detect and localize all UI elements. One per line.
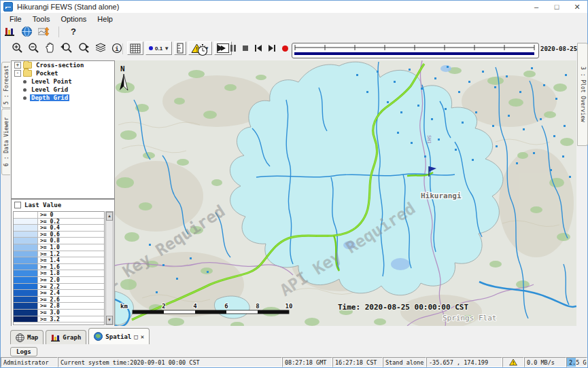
warning-icon: ! <box>509 358 517 366</box>
step-last-button[interactable] <box>268 44 276 52</box>
zoom-out-icon[interactable] <box>28 42 39 54</box>
legend-swatch <box>14 303 38 309</box>
minimize-button[interactable]: – <box>526 1 547 13</box>
class-break-dropdown[interactable]: 0.1▼ <box>145 41 172 55</box>
legend-swatch <box>14 310 38 316</box>
legend-swatch <box>14 238 38 244</box>
status-warning-cell[interactable]: ! <box>502 357 524 367</box>
bullet-icon <box>23 80 27 84</box>
legend-swatch <box>14 225 38 231</box>
legend-scrollbar[interactable]: ▲ ▼ <box>105 211 114 325</box>
tree-item-label: Depth Grid <box>30 94 69 101</box>
legend-row: >= 1.2 <box>14 251 104 258</box>
help-button[interactable]: ? <box>68 26 79 37</box>
tree-expander-icon[interactable]: + <box>14 62 21 69</box>
step-first-button[interactable] <box>254 44 262 52</box>
legend-table: >= 0>= 0.2>= 0.4>= 0.6>= 0.8>= 1.0>= 1.2… <box>13 211 105 325</box>
folder-icon <box>23 62 32 69</box>
info-icon[interactable]: i <box>111 43 122 54</box>
legend-label: >= 2.8 <box>38 303 104 309</box>
tab-map[interactable]: Map <box>10 330 44 344</box>
animation-timer-icon[interactable] <box>196 43 209 56</box>
status-system-time: Current system time:2020-09-01 00:00 CST <box>58 357 282 367</box>
tree-item-depth-grid[interactable]: Depth Grid <box>12 94 114 102</box>
legend-swatch <box>14 316 38 323</box>
main-toolbar: ? <box>1 24 587 39</box>
tree-item-level-point[interactable]: Level Point <box>12 77 114 86</box>
play-button[interactable] <box>217 44 224 52</box>
scale-ruler-button[interactable] <box>174 41 186 55</box>
legend-row: >= 2.2 <box>14 284 104 291</box>
menu-help[interactable]: Help <box>92 14 118 24</box>
layers-icon[interactable] <box>95 43 107 53</box>
tab-graph[interactable]: Graph <box>46 330 86 344</box>
status-mode: Stand alone <box>383 357 426 367</box>
legend-swatch <box>14 264 38 270</box>
legend-label: >= 2.0 <box>38 277 104 283</box>
status-gmt-time: 08:27:18 GMT <box>282 357 332 367</box>
legend-swatch <box>14 284 38 290</box>
timeline-slider[interactable] <box>292 43 539 58</box>
legend-swatch <box>14 244 38 251</box>
svg-text:8: 8 <box>256 303 259 310</box>
globe-wire-icon <box>16 333 24 342</box>
app-logo-icon <box>3 2 13 12</box>
memory-label: 2.5 GB <box>569 359 587 366</box>
map-toolbar: i 0.1▼ !▼ 2020-08-25 00:00 <box>1 39 587 60</box>
maximize-button[interactable]: □ <box>547 1 567 13</box>
zoom-previous-icon[interactable] <box>60 42 73 54</box>
legend-row: >= 2.4 <box>14 290 104 297</box>
tab-maximize-icon[interactable]: □ <box>134 333 137 340</box>
stop-button[interactable] <box>242 44 249 52</box>
close-button[interactable]: ✕ <box>567 1 587 13</box>
tab-data-viewer[interactable]: 6 : Data Viewer <box>1 109 11 175</box>
legend-row: >= 1.6 <box>14 264 104 271</box>
profile-display-icon[interactable] <box>38 26 50 37</box>
zoom-in-icon[interactable] <box>12 42 23 54</box>
tab-spatial[interactable]: Spatial □ ✕ <box>88 328 150 344</box>
menu-file[interactable]: File <box>5 14 27 24</box>
tab-plot-overview[interactable]: 3 : Plot Overview <box>577 43 588 146</box>
explorer-tree: +Cross-section-PocketLevel PointLevel Gr… <box>11 60 115 199</box>
record-button[interactable] <box>281 45 289 52</box>
tree-item-label: Pocket <box>35 70 60 77</box>
map-time-label: Time: 2020-08-25 00:00:00 CST <box>338 303 468 312</box>
status-coordinates: -35.657 , 174.199 <box>426 357 502 367</box>
legend-row: >= 1.4 <box>14 257 104 264</box>
legend-label: >= 0.6 <box>38 232 104 238</box>
grid-display-button[interactable] <box>127 41 143 55</box>
legend-label: >= 1.2 <box>38 251 104 257</box>
map-display-icon[interactable] <box>22 26 32 37</box>
logs-display-icon[interactable] <box>5 26 16 37</box>
toolbar-separator <box>122 43 123 54</box>
tab-close-icon[interactable]: ✕ <box>141 333 144 340</box>
legend-label: >= 1.0 <box>38 244 104 251</box>
pan-hand-icon[interactable] <box>44 42 55 54</box>
tree-item-level-grid[interactable]: Level Grid <box>12 86 114 94</box>
tree-item-pocket[interactable]: -Pocket <box>12 69 114 77</box>
tab-forecast[interactable]: 5 : Forecast <box>1 62 11 108</box>
bullet-icon <box>23 96 27 100</box>
tree-item-label: Level Point <box>30 78 73 85</box>
map-canvas[interactable]: SH1 <box>115 60 576 326</box>
zoom-next-icon[interactable] <box>77 42 90 54</box>
scroll-up-icon[interactable]: ▲ <box>106 212 113 221</box>
chevron-down-icon: ▼ <box>164 45 169 52</box>
bottom-tab-strip: Map Graph Spatial □ ✕ <box>1 326 587 344</box>
legend-swatch <box>14 251 38 257</box>
scroll-down-icon[interactable]: ▼ <box>106 316 113 325</box>
legend-label: >= 1.8 <box>38 270 104 276</box>
menu-options[interactable]: Options <box>56 14 91 24</box>
legend-swatch <box>14 290 38 296</box>
timeline-span-bar <box>294 52 534 55</box>
legend-row: >= 3.0 <box>14 310 104 316</box>
pause-button[interactable] <box>230 44 237 52</box>
tree-expander-icon[interactable]: - <box>14 70 21 77</box>
last-value-checkbox[interactable] <box>14 202 21 208</box>
menu-tools[interactable]: Tools <box>28 14 55 24</box>
logs-button[interactable]: Logs <box>10 347 37 356</box>
svg-text:km: km <box>120 303 128 310</box>
legend-label: >= 2.2 <box>38 284 104 290</box>
toolbar-separator <box>58 26 59 37</box>
legend-row: >= 0.2 <box>14 219 104 225</box>
